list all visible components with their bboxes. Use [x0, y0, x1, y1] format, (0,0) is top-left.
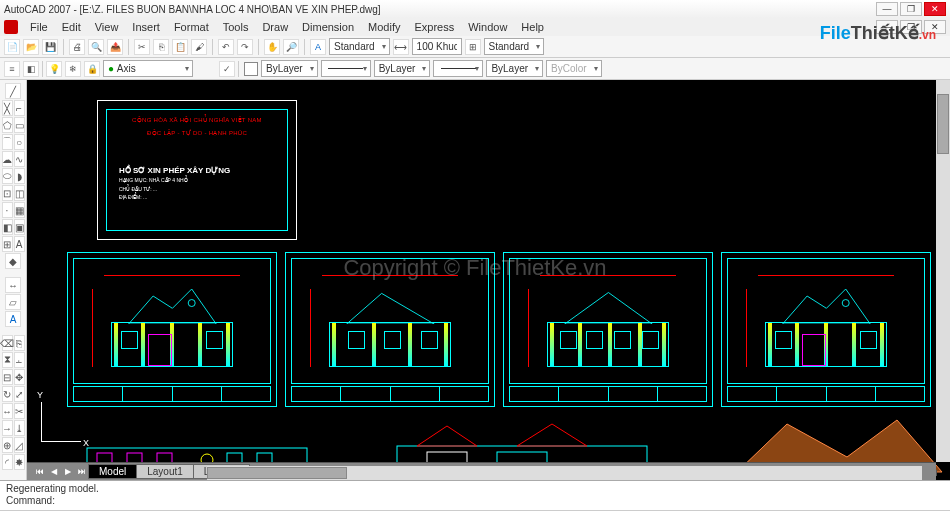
xline-icon[interactable]: ╳ — [2, 100, 13, 116]
pline-icon[interactable]: ⌐ — [14, 100, 25, 116]
menu-modify[interactable]: Modify — [362, 20, 406, 34]
new-icon[interactable]: 📄 — [4, 39, 20, 55]
scale-icon[interactable]: ⤢ — [14, 386, 25, 402]
layer-props-icon[interactable]: ≡ — [4, 61, 20, 77]
layer-states-icon[interactable]: ◧ — [23, 61, 39, 77]
insert-icon[interactable]: ⊡ — [2, 185, 13, 201]
undo-icon[interactable]: ↶ — [218, 39, 234, 55]
extend-icon[interactable]: → — [2, 420, 13, 436]
menu-view[interactable]: View — [89, 20, 125, 34]
tab-layout1[interactable]: Layout1 — [136, 464, 194, 479]
cut-icon[interactable]: ✂ — [134, 39, 150, 55]
dist-icon[interactable]: ↔ — [5, 277, 21, 293]
mirror-icon[interactable]: ⧗ — [2, 352, 13, 368]
text-icon[interactable]: A — [5, 311, 21, 327]
polygon-icon[interactable]: ⬠ — [2, 117, 13, 133]
menu-insert[interactable]: Insert — [126, 20, 166, 34]
offset-icon[interactable]: ⫠ — [14, 352, 25, 368]
hatch-icon[interactable]: ▦ — [14, 202, 25, 218]
lineweight-combo[interactable] — [433, 60, 483, 77]
dimstyle-icon[interactable]: ⟷ — [393, 39, 409, 55]
match-icon[interactable]: 🖌 — [191, 39, 207, 55]
layer-combo[interactable]: ● Axis — [103, 60, 193, 77]
spline-icon[interactable]: ∿ — [14, 151, 25, 167]
scale-input[interactable] — [412, 38, 462, 55]
copy2-icon[interactable]: ⎘ — [14, 335, 25, 351]
menu-dimension[interactable]: Dimension — [296, 20, 360, 34]
command-line[interactable]: Regenerating model. Command: — [0, 480, 950, 510]
close-button[interactable]: ✕ — [924, 2, 946, 16]
chamfer-icon[interactable]: ◿ — [14, 437, 25, 453]
textstyle-icon[interactable]: A — [310, 39, 326, 55]
menu-edit[interactable]: Edit — [56, 20, 87, 34]
region-icon[interactable]: ▣ — [14, 219, 25, 235]
tab-last-icon[interactable]: ⏭ — [75, 465, 89, 479]
color-combo[interactable]: ByLayer — [261, 60, 318, 77]
maximize-button[interactable]: ❐ — [900, 2, 922, 16]
array-icon[interactable]: ⊟ — [2, 369, 13, 385]
make-current-icon[interactable]: ✓ — [219, 61, 235, 77]
zoom-icon[interactable]: 🔎 — [283, 39, 299, 55]
table-style-combo[interactable]: Standard — [484, 38, 545, 55]
rect-icon[interactable]: ▭ — [14, 117, 25, 133]
open-icon[interactable]: 📂 — [23, 39, 39, 55]
copy-icon[interactable]: ⎘ — [153, 39, 169, 55]
pan-icon[interactable]: ✋ — [264, 39, 280, 55]
break-icon[interactable]: ⤓ — [14, 420, 25, 436]
menu-format[interactable]: Format — [168, 20, 215, 34]
layer-lock-icon[interactable]: 🔒 — [84, 61, 100, 77]
move-icon[interactable]: ✥ — [14, 369, 25, 385]
preview-icon[interactable]: 🔍 — [88, 39, 104, 55]
redo-icon[interactable]: ↷ — [237, 39, 253, 55]
publish-icon[interactable]: 📤 — [107, 39, 123, 55]
trim-icon[interactable]: ✂ — [14, 403, 25, 419]
layer-off-icon[interactable]: 💡 — [46, 61, 62, 77]
menu-help[interactable]: Help — [515, 20, 550, 34]
join-icon[interactable]: ⊕ — [2, 437, 13, 453]
arc-icon[interactable]: ⌒ — [2, 134, 13, 150]
tab-model[interactable]: Model — [88, 464, 137, 479]
ellipsearc-icon[interactable]: ◗ — [14, 168, 25, 184]
block-icon[interactable]: ◫ — [14, 185, 25, 201]
line-icon[interactable]: ╱ — [5, 83, 21, 99]
paste-icon[interactable]: 📋 — [172, 39, 188, 55]
save-icon[interactable]: 💾 — [42, 39, 58, 55]
tool2-icon[interactable]: ◆ — [5, 253, 21, 269]
circle-icon[interactable]: ○ — [14, 134, 25, 150]
fillet-icon[interactable]: ◜ — [2, 454, 13, 470]
erase-icon[interactable]: ⌫ — [2, 335, 13, 351]
layer-freeze-icon[interactable]: ❄ — [65, 61, 81, 77]
table-icon[interactable]: ⊞ — [2, 236, 13, 252]
house-elevation-front — [104, 289, 240, 367]
horizontal-scrollbar[interactable] — [207, 466, 922, 480]
menu-window[interactable]: Window — [462, 20, 513, 34]
point-icon[interactable]: · — [2, 202, 13, 218]
revcloud-icon[interactable]: ☁ — [2, 151, 13, 167]
lineweight-name-combo[interactable]: ByLayer — [486, 60, 543, 77]
mtext-icon[interactable]: A — [14, 236, 25, 252]
minimize-button[interactable]: — — [876, 2, 898, 16]
explode-icon[interactable]: ✸ — [14, 454, 25, 470]
gradient-icon[interactable]: ◧ — [2, 219, 13, 235]
drawing-canvas[interactable]: CỘNG HÒA XÃ HỘI CHỦ NGHĨA VIỆT NAM ĐỘC L… — [27, 80, 950, 480]
tab-next-icon[interactable]: ▶ — [61, 465, 75, 479]
rotate-icon[interactable]: ↻ — [2, 386, 13, 402]
tab-first-icon[interactable]: ⏮ — [33, 465, 47, 479]
menu-file[interactable]: File — [24, 20, 54, 34]
vertical-scrollbar[interactable] — [936, 80, 950, 462]
stretch-icon[interactable]: ↔ — [2, 403, 13, 419]
tablestyle-icon[interactable]: ⊞ — [465, 39, 481, 55]
area-icon[interactable]: ▱ — [5, 294, 21, 310]
linetype-name-combo[interactable]: ByLayer — [374, 60, 431, 77]
print-icon[interactable]: 🖨 — [69, 39, 85, 55]
color-swatch[interactable] — [244, 62, 258, 76]
tab-prev-icon[interactable]: ◀ — [47, 465, 61, 479]
ellipse-icon[interactable]: ⬭ — [2, 168, 13, 184]
title-main: HỒ SƠ XIN PHÉP XÂY DỰNG — [119, 166, 287, 175]
menu-tools[interactable]: Tools — [217, 20, 255, 34]
text-style-combo[interactable]: Standard — [329, 38, 390, 55]
plotstyle-combo[interactable]: ByColor — [546, 60, 602, 77]
linetype-combo[interactable] — [321, 60, 371, 77]
menu-express[interactable]: Express — [408, 20, 460, 34]
menu-draw[interactable]: Draw — [256, 20, 294, 34]
